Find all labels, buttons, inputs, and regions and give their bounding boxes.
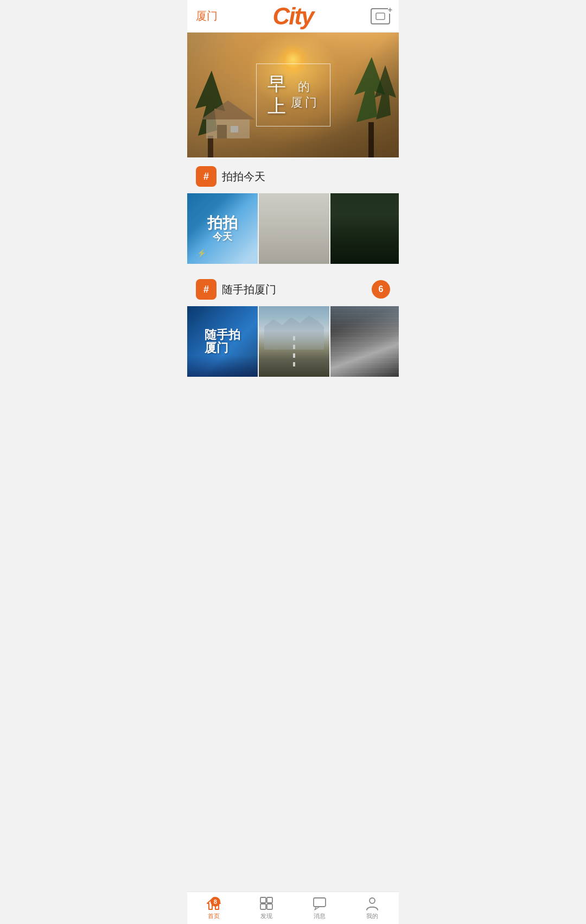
photo-item-wall[interactable] <box>330 306 399 377</box>
banner-text-line2: 上 <box>267 95 288 117</box>
section1-title-wrap: # 拍拍今天 <box>196 166 265 187</box>
section2-header: # 随手拍厦门 6 <box>187 279 399 306</box>
app-logo: City <box>272 4 313 28</box>
section2-photo-grid: 随手拍 厦门 <box>187 306 399 377</box>
dark-overlay <box>330 193 399 264</box>
road-buildings <box>264 312 324 350</box>
main-content: 早 上 的 厦门 # 拍拍今天 拍拍 <box>187 33 399 416</box>
logo-text: City <box>272 3 313 29</box>
section1-hash-badge: # <box>196 166 216 187</box>
svg-rect-0 <box>376 13 385 20</box>
photo-suishou-cover-text: 随手拍 厦门 <box>200 324 245 359</box>
app-header: 厦门 City <box>187 0 399 33</box>
fog-overlay <box>259 193 329 264</box>
photo-item-suishou-cover[interactable]: 随手拍 厦门 <box>187 306 258 377</box>
section1-header: # 拍拍今天 <box>187 166 399 193</box>
section-paipai: # 拍拍今天 拍拍 今天 ⚡ <box>187 157 399 268</box>
banner-text-aside1: 的 <box>291 79 319 95</box>
svg-rect-9 <box>231 126 238 132</box>
city-name[interactable]: 厦门 <box>196 9 218 23</box>
sky-reflection <box>330 306 399 333</box>
section2-hash-badge: # <box>196 279 216 300</box>
svg-rect-2 <box>208 136 213 157</box>
lightning-icon: ⚡ <box>197 249 206 257</box>
photo-item-dark[interactable] <box>330 193 399 264</box>
section2-title-wrap: # 随手拍厦门 <box>196 279 276 300</box>
photo-item-road[interactable] <box>259 306 329 377</box>
section2-count-badge: 6 <box>372 280 390 299</box>
banner-text-aside2: 厦门 <box>291 95 319 111</box>
banner-trees-right <box>345 54 399 157</box>
add-post-button[interactable] <box>371 8 390 24</box>
section1-title: 拍拍今天 <box>222 169 265 184</box>
skyline-decoration <box>187 355 258 377</box>
photo-item-fog[interactable] <box>259 193 329 264</box>
svg-marker-6 <box>201 100 255 119</box>
hero-banner[interactable]: 早 上 的 厦门 <box>187 33 399 157</box>
section1-photo-grid: 拍拍 今天 ⚡ <box>187 193 399 264</box>
banner-text-line1: 早 <box>267 73 288 95</box>
svg-rect-5 <box>368 122 374 157</box>
section-suishou: # 随手拍厦门 6 随手拍 厦门 <box>187 268 399 381</box>
photo-item-paipai-cover[interactable]: 拍拍 今天 ⚡ <box>187 193 258 264</box>
photo-cover-text: 拍拍 今天 <box>207 215 238 243</box>
svg-marker-4 <box>374 65 396 119</box>
section2-title: 随手拍厦门 <box>222 282 276 297</box>
banner-text-overlay: 早 上 的 厦门 <box>256 64 330 126</box>
svg-rect-7 <box>206 119 250 138</box>
svg-rect-8 <box>217 125 227 138</box>
banner-house <box>198 98 258 138</box>
